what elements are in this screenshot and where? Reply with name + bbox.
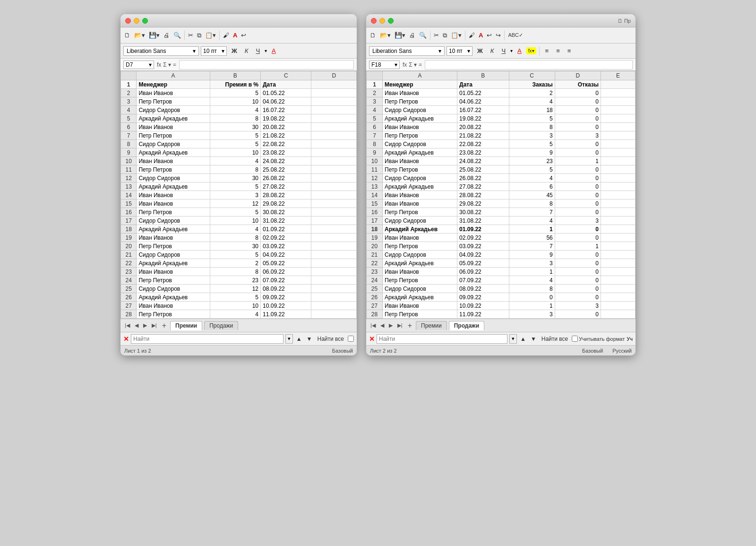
cell-b[interactable]: 10 bbox=[210, 97, 260, 106]
cell-c[interactable]: 09.09.22 bbox=[261, 293, 311, 302]
find-up-1[interactable]: ▲ bbox=[295, 335, 303, 343]
cell-c[interactable]: 02.09.22 bbox=[261, 234, 311, 242]
cell-d[interactable] bbox=[311, 259, 357, 268]
cell-b[interactable]: 5 bbox=[210, 251, 260, 259]
cell-b[interactable]: 8 bbox=[210, 165, 260, 174]
cell-a[interactable]: Иван Иванов bbox=[137, 234, 210, 242]
cell-a[interactable]: Петр Петров bbox=[383, 208, 457, 217]
cell-d[interactable]: 0 bbox=[555, 268, 601, 276]
cell-d[interactable]: 3 bbox=[555, 131, 601, 140]
cell-a[interactable]: Сидор Сидоров bbox=[383, 285, 457, 293]
cut-btn-1[interactable]: ✂ bbox=[187, 31, 195, 40]
cell-b[interactable]: 10.09.22 bbox=[457, 302, 509, 310]
tab-first-1[interactable]: |◀ bbox=[123, 322, 131, 329]
row-num-cell[interactable]: 12 bbox=[367, 174, 383, 182]
cell-b[interactable]: 11.09.22 bbox=[457, 310, 509, 319]
row-num-cell[interactable]: 26 bbox=[367, 293, 383, 302]
cell-d[interactable] bbox=[311, 251, 357, 259]
cell-d[interactable] bbox=[311, 208, 357, 217]
cell-c[interactable]: 26.08.22 bbox=[261, 174, 311, 182]
sheet-tab-premii-2[interactable]: Премии bbox=[416, 321, 447, 330]
cell-c[interactable]: 6 bbox=[509, 182, 555, 191]
row-num-cell[interactable]: 17 bbox=[121, 217, 137, 225]
cell-b[interactable]: 30 bbox=[210, 174, 260, 182]
row-num-cell[interactable]: 12 bbox=[121, 174, 137, 182]
cell-c[interactable]: 7 bbox=[509, 208, 555, 217]
row-num-cell[interactable]: 21 bbox=[367, 251, 383, 259]
cell-c[interactable]: 3 bbox=[509, 259, 555, 268]
cell-c[interactable]: 21.08.22 bbox=[261, 131, 311, 140]
cell-b[interactable]: 26.08.22 bbox=[457, 174, 509, 182]
cell-a[interactable]: Сидор Сидоров bbox=[137, 217, 210, 225]
row-num-cell[interactable]: 5 bbox=[367, 114, 383, 123]
cell-b[interactable]: 30 bbox=[210, 123, 260, 131]
cell-b[interactable]: 29.08.22 bbox=[457, 199, 509, 208]
font-name-dropdown-1[interactable]: ▾ bbox=[193, 48, 196, 54]
find-format-checkbox-2[interactable] bbox=[572, 336, 578, 342]
cell-d[interactable] bbox=[311, 199, 357, 208]
tab-prev-2[interactable]: ◀ bbox=[379, 322, 386, 329]
cell-d[interactable]: 0 bbox=[555, 165, 601, 174]
row-num-cell[interactable]: 16 bbox=[367, 208, 383, 217]
cell-e[interactable] bbox=[601, 106, 636, 114]
cell-d[interactable]: 0 bbox=[555, 225, 601, 234]
cell-c[interactable]: 56 bbox=[509, 234, 555, 242]
col-header-c-2[interactable]: C bbox=[509, 71, 555, 80]
row-num-cell[interactable]: 13 bbox=[367, 182, 383, 191]
cell-c[interactable]: Заказы bbox=[509, 80, 555, 89]
cell-b[interactable]: 5 bbox=[210, 89, 260, 97]
cell-e[interactable] bbox=[601, 310, 636, 319]
cell-a[interactable]: Иван Иванов bbox=[383, 234, 457, 242]
cell-b[interactable]: 5 bbox=[210, 208, 260, 217]
font-name-box-2[interactable]: Liberation Sans ▾ bbox=[369, 46, 445, 56]
cell-a[interactable]: Сидор Сидоров bbox=[383, 106, 457, 114]
cell-c[interactable]: 10.09.22 bbox=[261, 302, 311, 310]
cell-c[interactable]: 25.08.22 bbox=[261, 165, 311, 174]
row-num-cell[interactable]: 7 bbox=[121, 131, 137, 140]
format-brush-2[interactable]: 🖌 bbox=[467, 31, 476, 40]
cell-e[interactable] bbox=[601, 131, 636, 140]
cell-c[interactable]: 1 bbox=[509, 268, 555, 276]
cell-b[interactable]: 04.09.22 bbox=[457, 251, 509, 259]
font-color-1[interactable]: A bbox=[232, 31, 239, 40]
cell-b[interactable]: 4 bbox=[210, 157, 260, 165]
row-num-cell[interactable]: 22 bbox=[367, 259, 383, 268]
print-btn-1[interactable]: 🖨 bbox=[162, 31, 171, 40]
undo-btn-2[interactable]: ↩ bbox=[485, 31, 493, 40]
row-num-cell[interactable]: 19 bbox=[121, 234, 137, 242]
cell-c[interactable]: 19.08.22 bbox=[261, 114, 311, 123]
cell-a[interactable]: Иван Иванов bbox=[383, 268, 457, 276]
cell-a[interactable]: Аркадий Аркадьев bbox=[383, 225, 457, 234]
cell-a[interactable]: Петр Петров bbox=[137, 276, 210, 285]
cell-a[interactable]: Иван Иванов bbox=[137, 123, 210, 131]
row-num-cell[interactable]: 4 bbox=[367, 106, 383, 114]
paste-btn-2[interactable]: 📋▾ bbox=[449, 31, 463, 40]
cell-b[interactable]: 24.08.22 bbox=[457, 157, 509, 165]
cell-a[interactable]: Сидор Сидоров bbox=[383, 174, 457, 182]
cell-ref-dropdown-1[interactable]: ▾ bbox=[149, 61, 152, 68]
row-num-cell[interactable]: 4 bbox=[121, 106, 137, 114]
cell-d[interactable]: 0 bbox=[555, 114, 601, 123]
add-sheet-1[interactable]: + bbox=[160, 322, 168, 329]
cell-c[interactable]: 23.08.22 bbox=[261, 148, 311, 157]
cell-b[interactable]: Дата bbox=[457, 80, 509, 89]
find-close-1[interactable]: ✕ bbox=[123, 335, 129, 343]
cell-c[interactable]: 04.06.22 bbox=[261, 97, 311, 106]
cell-c[interactable]: 5 bbox=[509, 114, 555, 123]
cell-a[interactable]: Аркадий Аркадьев bbox=[383, 259, 457, 268]
sum-icon-2[interactable]: Σ ▾ bbox=[409, 61, 417, 68]
cell-e[interactable] bbox=[601, 182, 636, 191]
cell-a[interactable]: Аркадий Аркадьев bbox=[137, 259, 210, 268]
cell-a[interactable]: Сидор Сидоров bbox=[383, 140, 457, 148]
cell-b[interactable]: 10 bbox=[210, 302, 260, 310]
cell-c[interactable]: 03.09.22 bbox=[261, 242, 311, 251]
cell-e[interactable] bbox=[601, 89, 636, 97]
col-header-e-2[interactable]: E bbox=[601, 71, 636, 80]
cell-c[interactable]: 9 bbox=[509, 251, 555, 259]
cell-b[interactable]: 10 bbox=[210, 148, 260, 157]
row-num-cell[interactable]: 11 bbox=[367, 165, 383, 174]
cell-b[interactable]: 07.09.22 bbox=[457, 276, 509, 285]
cell-a[interactable]: Аркадий Аркадьев bbox=[137, 225, 210, 234]
cell-b[interactable]: 02.09.22 bbox=[457, 234, 509, 242]
cell-c[interactable]: 1 bbox=[509, 302, 555, 310]
